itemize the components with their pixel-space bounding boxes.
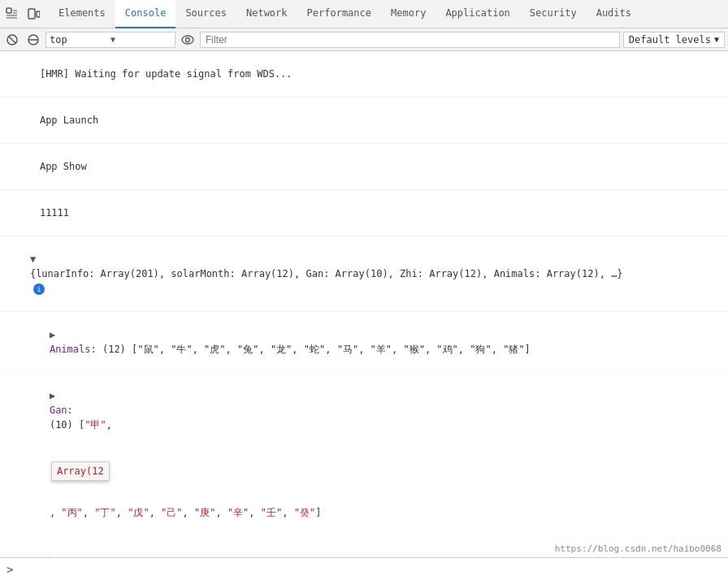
tab-security[interactable]: Security xyxy=(520,0,587,28)
context-select[interactable]: top ▼ xyxy=(46,32,176,48)
console-line-applaunch: App Launch xyxy=(0,97,728,144)
console-line-appshow: App Show xyxy=(0,144,728,190)
svg-point-8 xyxy=(186,37,190,41)
tab-console[interactable]: Console xyxy=(115,0,176,28)
tab-elements[interactable]: Elements xyxy=(49,0,115,28)
inspect-icon[interactable] xyxy=(3,5,21,23)
console-output: [HMR] Waiting for update signal from WDS… xyxy=(0,51,728,557)
device-icon[interactable] xyxy=(24,5,42,23)
levels-arrow-icon: ▼ xyxy=(714,35,719,44)
bottom-link: https://blog.csdn.net/haibo0068 xyxy=(555,543,722,554)
tab-network[interactable]: Network xyxy=(236,0,297,28)
tab-sources[interactable]: Sources xyxy=(176,0,236,28)
console-toolbar: top ▼ Default levels ▼ xyxy=(0,28,728,51)
svg-line-4 xyxy=(9,37,15,43)
expand-object-arrow[interactable]: ▼ xyxy=(30,252,40,266)
eye-button[interactable] xyxy=(179,31,197,49)
prompt-icon: > xyxy=(6,563,13,576)
console-line-hmr: [HMR] Waiting for update signal from WDS… xyxy=(0,51,728,97)
console-line-object-header[interactable]: ▼ {lunarInfo: Array(201), solarMonth: Ar… xyxy=(0,236,728,312)
tab-application[interactable]: Application xyxy=(436,0,519,28)
expand-animals-arrow[interactable]: ▶ xyxy=(50,327,59,342)
tab-audits[interactable]: Audits xyxy=(587,0,641,28)
filter-input[interactable] xyxy=(200,32,620,48)
info-icon: i xyxy=(33,284,45,295)
console-input-line[interactable]: > xyxy=(0,557,728,580)
svg-point-7 xyxy=(182,36,193,44)
clear-console-button[interactable] xyxy=(3,31,21,49)
tab-bar: Elements Console Sources Network Perform… xyxy=(0,0,728,28)
levels-button[interactable]: Default levels ▼ xyxy=(623,32,725,48)
svg-rect-2 xyxy=(37,11,40,17)
svg-rect-0 xyxy=(6,8,11,13)
tab-performance[interactable]: Performance xyxy=(297,0,381,28)
context-dropdown-arrow: ▼ xyxy=(110,35,171,44)
expand-zhi-arrow[interactable]: ▶ xyxy=(50,552,59,557)
tab-memory[interactable]: Memory xyxy=(381,0,436,28)
block-button[interactable] xyxy=(24,31,42,49)
tooltip: Array(12 xyxy=(51,461,110,481)
property-gan[interactable]: ▶ Gan: (10) ["甲", "乙" Array(12 , "丙", "丁… xyxy=(0,373,728,536)
svg-rect-1 xyxy=(28,9,35,19)
property-animals[interactable]: ▶ Animals: (12) ["鼠", "牛", "虎", "兔", "龙"… xyxy=(0,312,728,373)
console-line-11111: 11111 xyxy=(0,190,728,236)
tab-bar-icons xyxy=(3,5,42,23)
expand-gan-arrow[interactable]: ▶ xyxy=(50,388,59,403)
